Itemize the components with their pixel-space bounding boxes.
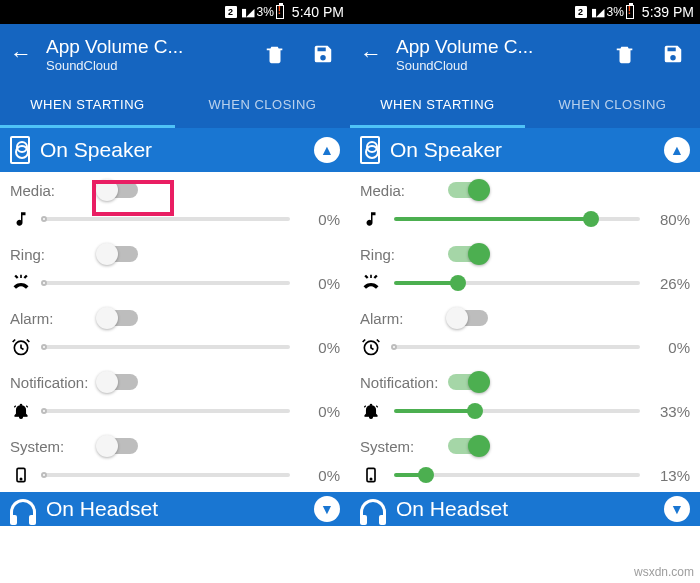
volume-toggle[interactable] [98, 246, 138, 262]
volume-percent: 0% [302, 275, 340, 292]
watermark: wsxdn.com [634, 565, 694, 579]
volume-name: Media: [10, 182, 98, 199]
volume-percent: 33% [652, 403, 690, 420]
volume-percent: 0% [652, 339, 690, 356]
collapse-down-icon[interactable]: ▼ [314, 496, 340, 522]
tab-when-starting[interactable]: WHEN STARTING [0, 84, 175, 128]
music-note-icon [360, 210, 382, 228]
volume-name: Ring: [360, 246, 448, 263]
app-title: App Volume C... [46, 36, 244, 58]
volume-toggle[interactable] [448, 246, 488, 262]
volume-row: Ring:0% [0, 236, 350, 300]
volume-row: Media:80% [350, 172, 700, 236]
volume-name: System: [360, 438, 448, 455]
appbar-titles: App Volume C... SoundCloud [46, 36, 244, 73]
section-label: On Headset [46, 497, 304, 521]
tab-bar: WHEN STARTING WHEN CLOSING [350, 84, 700, 128]
section-label: On Speaker [40, 138, 304, 162]
collapse-up-icon[interactable]: ▲ [314, 137, 340, 163]
section-on-speaker[interactable]: On Speaker ▲ [350, 128, 700, 172]
volume-name: Media: [360, 182, 448, 199]
volume-row: Notification:33% [350, 364, 700, 428]
volume-row: System:13% [350, 428, 700, 492]
battery-indicator: 3% [607, 5, 634, 19]
svg-point-5 [370, 478, 371, 479]
volume-toggle[interactable] [98, 310, 138, 326]
app-bar: ← App Volume C... SoundCloud [0, 24, 350, 84]
back-button[interactable]: ← [360, 41, 382, 67]
alarm-clock-icon [10, 337, 32, 357]
volume-row: Media:0% [0, 172, 350, 236]
tab-bar: WHEN STARTING WHEN CLOSING [0, 84, 350, 128]
save-button[interactable] [306, 43, 340, 65]
volume-slider[interactable] [394, 473, 640, 477]
bell-icon [10, 402, 32, 420]
alarm-clock-icon [360, 337, 382, 357]
back-button[interactable]: ← [10, 41, 32, 67]
app-title: App Volume C... [396, 36, 594, 58]
volume-slider[interactable] [44, 409, 290, 413]
volume-toggle[interactable] [448, 182, 488, 198]
status-bar: 2 ▮◢ 3% 5:40 PM [0, 0, 350, 24]
volume-name: Alarm: [360, 310, 448, 327]
sim-icon: 2 [575, 6, 587, 18]
signal-icon: ▮◢ [241, 6, 253, 19]
speaker-icon [10, 136, 30, 164]
headset-icon [10, 499, 36, 519]
sim-icon: 2 [225, 6, 237, 18]
volume-slider[interactable] [44, 217, 290, 221]
delete-button[interactable] [608, 43, 642, 65]
section-on-headset[interactable]: On Headset ▼ [350, 492, 700, 526]
volume-row: Ring:26% [350, 236, 700, 300]
volume-row: Alarm:0% [350, 300, 700, 364]
volume-slider[interactable] [394, 345, 640, 349]
phone-icon [360, 465, 382, 485]
volume-name: Notification: [360, 374, 448, 391]
volume-slider[interactable] [394, 217, 640, 221]
collapse-up-icon[interactable]: ▲ [664, 137, 690, 163]
volume-toggle[interactable] [448, 374, 488, 390]
volume-slider[interactable] [44, 281, 290, 285]
tab-when-starting[interactable]: WHEN STARTING [350, 84, 525, 128]
volume-toggle[interactable] [98, 438, 138, 454]
delete-button[interactable] [258, 43, 292, 65]
volume-name: Alarm: [10, 310, 98, 327]
volume-percent: 0% [302, 211, 340, 228]
section-on-headset[interactable]: On Headset ▼ [0, 492, 350, 526]
volume-slider[interactable] [394, 281, 640, 285]
screen-right: 2 ▮◢ 3% 5:39 PM ← App Volume C... SoundC… [350, 0, 700, 526]
volume-name: Notification: [10, 374, 98, 391]
phone-icon [10, 465, 32, 485]
volume-toggle[interactable] [448, 310, 488, 326]
volume-slider[interactable] [44, 345, 290, 349]
volume-percent: 13% [652, 467, 690, 484]
volume-toggle[interactable] [448, 438, 488, 454]
section-label: On Speaker [390, 138, 654, 162]
signal-icon: ▮◢ [591, 6, 603, 19]
volume-slider[interactable] [44, 473, 290, 477]
app-subtitle: SoundCloud [46, 58, 244, 73]
volume-slider[interactable] [394, 409, 640, 413]
ring-volume-icon [360, 273, 382, 293]
volume-percent: 26% [652, 275, 690, 292]
appbar-titles: App Volume C... SoundCloud [396, 36, 594, 73]
bell-icon [360, 402, 382, 420]
volume-rows: Media:0%Ring:0%Alarm:0%Notification:0%Sy… [0, 172, 350, 492]
headset-icon [360, 499, 386, 519]
collapse-down-icon[interactable]: ▼ [664, 496, 690, 522]
tab-when-closing[interactable]: WHEN CLOSING [525, 84, 700, 128]
speaker-icon [360, 136, 380, 164]
highlight-box [92, 180, 174, 216]
volume-toggle[interactable] [98, 374, 138, 390]
clock: 5:39 PM [642, 4, 694, 20]
status-bar: 2 ▮◢ 3% 5:39 PM [350, 0, 700, 24]
volume-name: Ring: [10, 246, 98, 263]
volume-percent: 0% [302, 467, 340, 484]
music-note-icon [10, 210, 32, 228]
clock: 5:40 PM [292, 4, 344, 20]
volume-row: Alarm:0% [0, 300, 350, 364]
save-button[interactable] [656, 43, 690, 65]
section-on-speaker[interactable]: On Speaker ▲ [0, 128, 350, 172]
app-subtitle: SoundCloud [396, 58, 594, 73]
tab-when-closing[interactable]: WHEN CLOSING [175, 84, 350, 128]
